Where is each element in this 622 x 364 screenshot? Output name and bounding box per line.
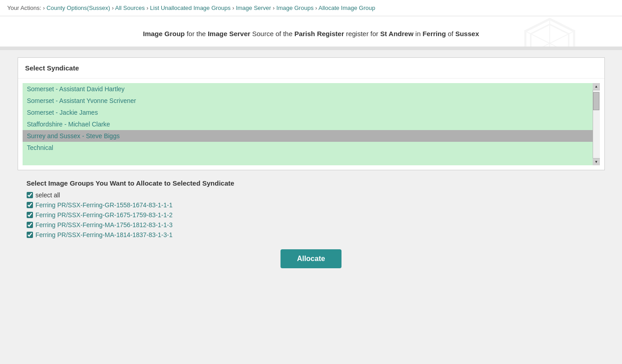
image-group-label-2: Ferring PR/SSX-Ferring-MA-1756-1812-83-1… — [36, 221, 173, 229]
subtitle-image-server: Image Server — [208, 30, 250, 37]
listbox-item-6[interactable] — [23, 154, 593, 165]
subtitle-ferring: Ferring — [422, 30, 446, 37]
syndicate-card-header: Select Syndicate — [18, 58, 604, 79]
image-group-checkbox-2[interactable] — [27, 222, 33, 228]
image-group-row-0[interactable]: Ferring PR/SSX-Ferring-GR-1558-1674-83-1… — [27, 201, 596, 209]
listbox-item-5[interactable]: Technical — [23, 142, 593, 154]
listbox-item-1[interactable]: Somerset - Assistant Yvonne Scrivener — [23, 95, 593, 107]
listbox-item-3[interactable]: Staffordshire - Michael Clarke — [23, 118, 593, 130]
allocate-button[interactable]: Allocate — [281, 249, 341, 268]
image-group-label-1: Ferring PR/SSX-Ferring-GR-1675-1759-83-1… — [36, 211, 173, 219]
image-group-checkbox-1[interactable] — [27, 212, 33, 218]
subtitle-image-group: Image Group — [143, 30, 185, 37]
select-all-label: select all — [36, 191, 60, 199]
breadcrumb-image-server[interactable]: Image Server — [236, 5, 271, 11]
page-subtitle: Image Group for the Image Server Source … — [0, 16, 622, 47]
image-groups-section: Select Image Groups You Want to Allocate… — [18, 179, 605, 268]
content-area: Select Syndicate Somerset - Assistant Da… — [0, 50, 622, 285]
image-group-row-1[interactable]: Ferring PR/SSX-Ferring-GR-1675-1759-83-1… — [27, 211, 596, 219]
breadcrumb-allocate-image-group[interactable]: Allocate Image Group — [318, 5, 375, 11]
select-all-row[interactable]: select all — [27, 191, 596, 199]
listbox-item-0[interactable]: Somerset - Assistant David Hartley — [23, 83, 593, 95]
scrollbar-up-btn[interactable]: ▲ — [593, 83, 600, 90]
syndicate-card: Select Syndicate Somerset - Assistant Da… — [18, 57, 605, 170]
subtitle-st-andrew: St Andrew — [380, 30, 414, 37]
subtitle-sussex: Sussex — [455, 30, 479, 37]
listbox-item-4[interactable]: Surrey and Sussex - Steve Biggs — [23, 130, 593, 142]
image-group-row-2[interactable]: Ferring PR/SSX-Ferring-MA-1756-1812-83-1… — [27, 221, 596, 229]
breadcrumb-image-groups[interactable]: Image Groups — [276, 5, 313, 11]
image-groups-title: Select Image Groups You Want to Allocate… — [27, 179, 596, 187]
breadcrumb-all-sources[interactable]: All Sources — [115, 5, 145, 11]
listbox-item-2[interactable]: Somerset - Jackie James — [23, 107, 593, 118]
image-group-checkbox-0[interactable] — [27, 202, 33, 208]
breadcrumb-prefix: Your Actions: — [7, 5, 41, 11]
syndicate-listbox[interactable]: Somerset - Assistant David Hartley Somer… — [23, 83, 600, 165]
subtitle-area: Image Group for the Image Server Source … — [0, 16, 622, 47]
breadcrumb-county-options[interactable]: County Options(Sussex) — [47, 5, 110, 11]
separator — [0, 47, 622, 50]
scrollbar-down-btn[interactable]: ▼ — [593, 158, 600, 165]
allocate-btn-row: Allocate — [18, 249, 605, 268]
subtitle-parish-register: Parish Register — [295, 30, 344, 37]
select-all-checkbox[interactable] — [27, 192, 33, 198]
image-group-checkbox-3[interactable] — [27, 232, 33, 238]
breadcrumb-list-unallocated[interactable]: List Unallocated Image Groups — [150, 5, 230, 11]
scrollbar-thumb[interactable] — [593, 92, 599, 110]
breadcrumb: Your Actions: › County Options(Sussex) ›… — [0, 0, 622, 16]
image-group-label-3: Ferring PR/SSX-Ferring-MA-1814-1837-83-1… — [36, 231, 173, 238]
image-group-label-0: Ferring PR/SSX-Ferring-GR-1558-1674-83-1… — [36, 201, 173, 209]
scrollbar-track: ▲ ▼ — [593, 83, 600, 165]
image-group-row-3[interactable]: Ferring PR/SSX-Ferring-MA-1814-1837-83-1… — [27, 231, 596, 238]
